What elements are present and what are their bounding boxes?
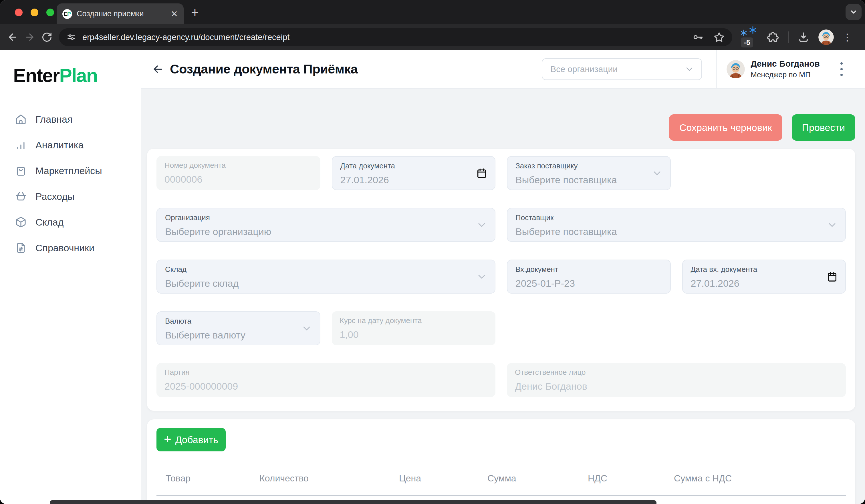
extension-badge: -5 <box>741 37 753 47</box>
field-placeholder: Выберите поставщика <box>516 226 837 237</box>
add-item-button[interactable]: + Добавить <box>157 428 226 452</box>
field-placeholder: Выберите поставщика <box>516 174 662 186</box>
actions-row: Сохранить черновик Провести <box>147 114 855 141</box>
chevron-down-icon <box>651 167 663 179</box>
add-item-label: Добавить <box>175 434 218 445</box>
organization-filter-select[interactable]: Все организации <box>542 58 702 80</box>
user-avatar[interactable] <box>727 60 745 78</box>
field-label: Ответственное лицо <box>515 368 838 377</box>
field-placeholder: Выберите валюту <box>165 330 312 341</box>
sidebar-item-warehouse[interactable]: Склад <box>0 209 141 235</box>
package-icon <box>15 216 27 228</box>
tab-title: Создание приемки <box>77 9 168 18</box>
chevron-down-icon <box>849 8 858 16</box>
password-key-icon[interactable] <box>692 32 704 43</box>
field-label: Дата вх. документа <box>691 265 838 274</box>
user-block[interactable]: Денис Богданов Менеджер по МП <box>727 59 820 79</box>
dock-edge <box>50 500 656 504</box>
field-value: 0000006 <box>164 174 312 185</box>
sidebar-item-home[interactable]: Главная <box>0 106 141 132</box>
site-settings-icon[interactable] <box>66 32 76 42</box>
field-label: Организация <box>165 213 487 222</box>
minimize-window-button[interactable] <box>31 9 38 16</box>
currency-select[interactable]: Валюта Выберите валюту <box>157 311 320 345</box>
page-content: Сохранить черновик Провести Номер докуме… <box>141 89 865 504</box>
extensions-puzzle-icon[interactable] <box>766 31 779 44</box>
calendar-icon[interactable] <box>827 271 838 282</box>
close-window-button[interactable] <box>15 9 23 16</box>
chevron-down-icon <box>684 64 694 74</box>
new-tab-button[interactable]: + <box>191 6 199 19</box>
user-role: Менеджер по МП <box>751 70 820 79</box>
shopping-bag-icon <box>15 165 27 176</box>
browser-toolbar: erp4seller.dev.legacy-agency.ru/document… <box>0 24 865 50</box>
forward-arrow-icon <box>24 32 35 43</box>
post-button[interactable]: Провести <box>792 114 855 141</box>
field-value: 2025-000000009 <box>164 381 487 392</box>
downloads-icon[interactable] <box>797 31 810 44</box>
items-table-header: Товар Количество Цена Сумма НДС Сумма с … <box>157 473 846 484</box>
sidebar-item-label: Главная <box>35 114 72 125</box>
back-arrow-icon <box>152 63 164 75</box>
tab-strip: EP Создание приемки ✕ + <box>0 0 865 24</box>
incoming-doc-date-field[interactable]: Дата вх. документа 27.01.2026 <box>682 260 846 294</box>
sidebar-item-label: Склад <box>35 217 64 228</box>
field-label: Склад <box>165 265 487 274</box>
forward-button[interactable] <box>21 32 38 43</box>
browser-tab[interactable]: EP Создание приемки ✕ <box>57 3 184 24</box>
zoom-window-button[interactable] <box>46 9 54 16</box>
column-header-sum: Сумма <box>487 473 588 484</box>
browser-menu-kebab-icon[interactable]: ⋮ <box>842 35 852 39</box>
field-label: Партия <box>164 368 487 377</box>
back-arrow-icon <box>7 32 18 43</box>
page-back-button[interactable] <box>152 63 164 75</box>
field-placeholder: Выберите склад <box>165 278 487 289</box>
sidebar-item-analytics[interactable]: Аналитика <box>0 132 141 158</box>
sidebar-item-references[interactable]: Справочники <box>0 235 141 261</box>
address-bar[interactable]: erp4seller.dev.legacy-agency.ru/document… <box>59 28 732 46</box>
save-draft-button[interactable]: Сохранить черновик <box>669 114 782 141</box>
doc-date-field[interactable]: Дата документа 27.01.2026 <box>332 156 496 190</box>
weather-extension-button[interactable]: -5 <box>740 26 758 48</box>
bookmark-star-icon[interactable] <box>713 32 725 43</box>
supplier-order-select[interactable]: Заказ поставщику Выберите поставщика <box>507 156 671 190</box>
reload-button[interactable] <box>38 32 56 43</box>
tab-search-button[interactable] <box>845 4 862 20</box>
exchange-rate-field: Курс на дату документа 1,00 <box>332 311 496 345</box>
calendar-icon[interactable] <box>476 167 487 179</box>
field-label: Заказ поставщику <box>516 162 662 171</box>
organization-select[interactable]: Организация Выберите организацию <box>157 208 495 242</box>
browser-profile-avatar[interactable] <box>818 30 834 45</box>
grid-spacer <box>682 156 846 190</box>
user-name: Денис Богданов <box>751 59 820 69</box>
snowflake-icon <box>740 30 747 36</box>
back-button[interactable] <box>4 32 21 43</box>
sidebar-item-expenses[interactable]: Расходы <box>0 184 141 209</box>
field-value: Денис Богданов <box>515 381 838 392</box>
plus-icon: + <box>164 433 171 445</box>
home-icon <box>15 114 27 125</box>
url-text[interactable]: erp4seller.dev.legacy-agency.ru/document… <box>82 33 692 42</box>
traffic-lights[interactable] <box>15 9 54 16</box>
field-value: 2025-01-P-23 <box>516 278 662 289</box>
sidebar-item-label: Расходы <box>35 191 75 202</box>
reload-icon <box>42 32 52 43</box>
field-label: Номер документа <box>164 161 312 170</box>
incoming-doc-field[interactable]: Вх.документ 2025-01-P-23 <box>507 260 671 294</box>
sidebar: EnterPlan Главная Аналитика Маркетплейсы… <box>0 50 141 504</box>
field-placeholder: Выберите организацию <box>165 226 487 237</box>
column-header-vat: НДС <box>588 473 674 484</box>
page-header: Создание документа Приёмка Все организац… <box>141 50 865 89</box>
grid-spacer <box>507 311 671 345</box>
chevron-down-icon <box>301 323 312 334</box>
tab-close-icon[interactable]: ✕ <box>171 9 178 19</box>
app-logo: EnterPlan <box>13 64 141 86</box>
column-header-price: Цена <box>399 473 487 484</box>
sidebar-item-marketplaces[interactable]: Маркетплейсы <box>0 158 141 184</box>
warehouse-select[interactable]: Склад Выберите склад <box>157 260 495 294</box>
supplier-select[interactable]: Поставщик Выберите поставщика <box>507 208 846 242</box>
field-label: Курс на дату документа <box>340 316 488 325</box>
user-menu-kebab-icon[interactable] <box>840 62 843 76</box>
field-value: 27.01.2026 <box>691 278 838 289</box>
items-card: + Добавить Товар Количество Цена Сумма Н… <box>147 419 855 504</box>
